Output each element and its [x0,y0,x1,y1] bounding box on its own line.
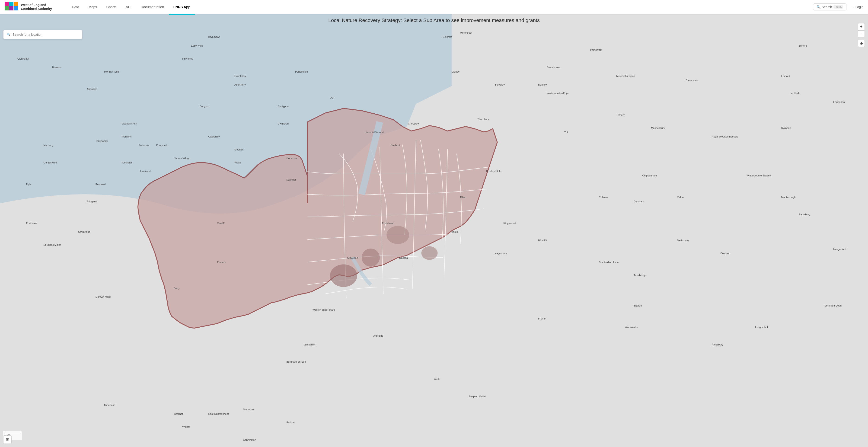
login-label: Login [856,5,863,9]
zoom-out-button[interactable]: − [858,30,865,37]
layer-icon: ⊞ [6,437,9,442]
org-name: West of England Combined Authority [21,3,58,11]
nav-item-lnrs-app[interactable]: LNRS App [169,3,195,10]
search-label: Search [822,5,832,9]
map-container[interactable]: Local Nature Recovery Strategy: Select a… [0,14,868,447]
scale-line [5,432,21,433]
svg-point-9 [362,249,380,267]
svg-rect-4 [9,6,13,10]
svg-rect-5 [14,6,18,10]
logo-icon [5,2,19,12]
search-input[interactable] [12,33,79,36]
nav: Data Maps Charts API Documentation LNRS … [67,3,813,10]
svg-point-11 [421,246,437,260]
svg-rect-2 [14,2,18,6]
nav-item-maps[interactable]: Maps [84,3,102,10]
login-icon: → [851,5,854,9]
map-background [0,14,868,447]
svg-rect-1 [9,2,13,6]
login-button[interactable]: → Login [851,5,863,9]
svg-rect-0 [5,2,9,6]
page-title: Local Nature Recovery Strategy: Select a… [328,18,540,24]
layer-toggle-button[interactable]: ⊞ [3,436,11,444]
location-search-box: 🔍 [3,30,82,39]
svg-point-8 [330,264,357,287]
logo-area: West of England Combined Authority [5,2,58,12]
compass-icon: ⊕ [860,41,863,46]
zoom-in-button[interactable]: + [858,23,865,30]
zoom-controls: + − [858,23,865,37]
compass-button[interactable]: ⊕ [858,40,865,47]
nav-item-documentation[interactable]: Documentation [136,3,169,10]
nav-item-data[interactable]: Data [67,3,84,10]
svg-point-10 [386,226,409,244]
header: West of England Combined Authority Data … [0,0,868,14]
search-button[interactable]: 🔍 Search Ctrl+K [813,3,846,10]
search-icon: 🔍 [816,5,820,9]
nav-item-api[interactable]: API [121,3,136,10]
search-icon: 🔍 [7,33,11,36]
nav-item-charts[interactable]: Charts [101,3,121,10]
keyboard-shortcut: Ctrl+K [833,5,843,8]
svg-rect-3 [5,6,9,10]
